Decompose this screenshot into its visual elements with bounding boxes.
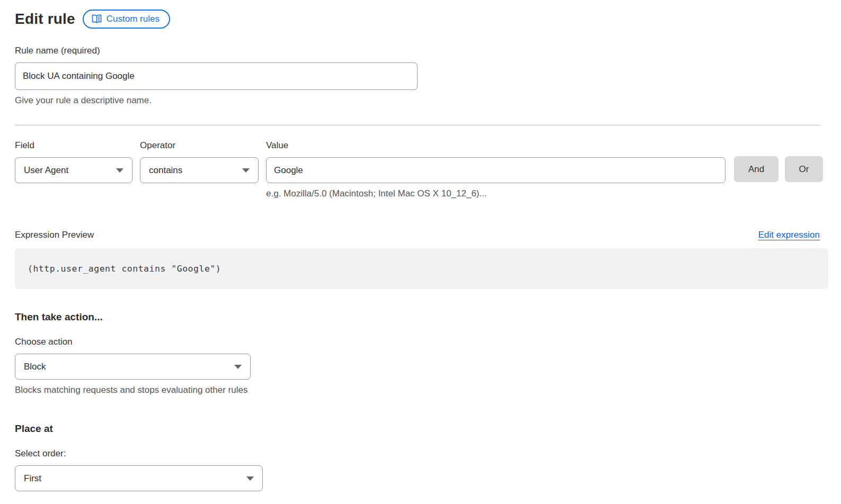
expression-preview-label: Expression Preview	[15, 230, 94, 240]
and-button[interactable]: And	[734, 156, 778, 182]
operator-label: Operator	[140, 140, 259, 151]
book-open-icon	[92, 14, 102, 23]
rule-name-helper: Give your rule a descriptive name.	[15, 95, 826, 106]
action-section: Then take action... Choose action Block …	[15, 311, 826, 395]
expression-builder-section: Field User Agent Operator contains Value…	[15, 140, 826, 199]
expression-preview-code: (http.user_agent contains "Google")	[28, 264, 221, 274]
page-header: Edit rule Custom rules	[15, 10, 826, 29]
chevron-down-icon	[246, 476, 254, 481]
field-column: Field User Agent	[15, 140, 132, 183]
value-helper: e.g. Mozilla/5.0 (Macintosh; Intel Mac O…	[266, 188, 725, 199]
expression-preview-box: (http.user_agent contains "Google")	[15, 248, 828, 289]
order-select-value: First	[24, 473, 41, 484]
andor-button-group: And Or	[734, 156, 823, 182]
rule-name-label: Rule name (required)	[15, 46, 826, 56]
chevron-down-icon	[116, 168, 123, 173]
operator-select-value: contains	[149, 165, 182, 176]
chevron-down-icon	[234, 365, 242, 369]
rule-name-section: Rule name (required) Give your rule a de…	[15, 46, 826, 106]
choose-action-label: Choose action	[15, 337, 826, 347]
operator-column: Operator contains	[140, 140, 259, 183]
field-select-value: User Agent	[24, 165, 68, 176]
edit-expression-link[interactable]: Edit expression	[758, 230, 820, 240]
action-heading: Then take action...	[15, 311, 826, 323]
custom-rules-badge-label: Custom rules	[107, 14, 160, 24]
expression-preview-header: Expression Preview Edit expression	[15, 230, 820, 240]
place-at-heading: Place at	[15, 423, 826, 435]
expression-builder-row: Field User Agent Operator contains Value…	[15, 140, 826, 199]
expression-preview-section: Expression Preview Edit expression (http…	[15, 230, 826, 289]
page-title: Edit rule	[15, 11, 75, 28]
edit-rule-page: Edit rule Custom rules Rule name (requir…	[0, 0, 841, 491]
placement-section: Place at Select order: First	[15, 423, 826, 491]
action-select[interactable]: Block	[15, 354, 251, 380]
action-select-value: Block	[24, 362, 46, 372]
value-label: Value	[266, 140, 725, 151]
select-order-label: Select order:	[15, 448, 826, 459]
order-select[interactable]: First	[15, 465, 263, 491]
rule-name-input[interactable]	[15, 62, 418, 90]
field-select[interactable]: User Agent	[15, 157, 132, 183]
custom-rules-badge-button[interactable]: Custom rules	[83, 10, 170, 29]
section-divider	[15, 125, 820, 125]
chevron-down-icon	[242, 168, 250, 173]
field-label: Field	[15, 140, 132, 151]
or-button[interactable]: Or	[785, 156, 823, 182]
operator-select[interactable]: contains	[140, 157, 259, 183]
action-helper: Blocks matching requests and stops evalu…	[15, 385, 826, 395]
value-input[interactable]	[266, 157, 725, 183]
value-column: Value e.g. Mozilla/5.0 (Macintosh; Intel…	[266, 140, 725, 199]
